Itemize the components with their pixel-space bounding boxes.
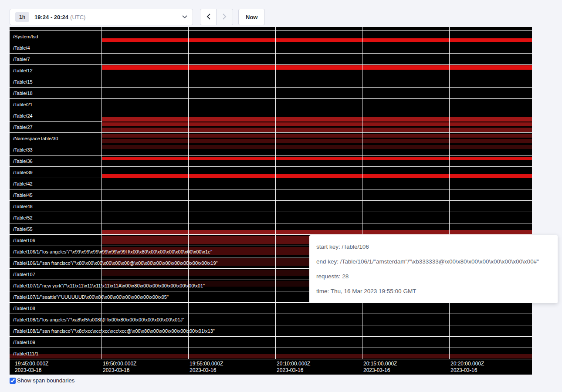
heatmap-row[interactable]: /Table/18 [10,87,532,98]
span-key-label: /Table/21 [13,102,33,107]
heatmap-row[interactable]: /Table/24 [10,110,532,121]
span-key-label: /Table/18 [13,91,33,96]
next-range-button[interactable] [217,9,233,25]
span-key-label: /Table/36 [13,159,33,164]
heatmap-row[interactable]: /Table/36 [10,155,532,166]
span-key-label: /Table/108/1/"los angeles"/"\xa8\xf5\u00… [13,317,184,322]
heatmap-row[interactable]: /Table/108/1/"los angeles"/"\xa8\xf5\u00… [10,314,532,325]
heat-band[interactable] [102,128,532,132]
chevron-left-icon [207,14,210,21]
span-tooltip: start key: /Table/106 end key: /Table/10… [309,235,558,303]
heat-band[interactable] [102,157,532,160]
bottom-boundary-line [10,359,532,359]
x-axis-tick: 19:55:00.000Z2023-03-16 [190,361,223,374]
heatmap-row[interactable]: /System/tsd [10,30,532,42]
span-key-label: /Table/33 [13,147,33,152]
time-range-selector[interactable]: 1h 19:24 - 20:24 (UTC) [10,9,193,25]
heat-band[interactable] [102,174,532,178]
heatmap-row[interactable]: /Table/108/1/"san francisco"/"\x8c\xcc\x… [10,325,532,336]
x-axis-tick: 20:20:00.000Z2023-03-16 [450,361,484,374]
heat-band[interactable] [10,354,532,358]
heatmap-row[interactable]: /Table/45 [10,189,532,200]
heatmap-row[interactable]: /Table/39 [10,166,532,178]
span-key-label: /Table/106 [13,238,35,243]
span-key-label: /NamespaceTable/30 [13,136,58,141]
heatmap-rows: /System/tsd/Table/4/Table/7/Table/12/Tab… [10,30,532,359]
time-nav-group [200,9,233,25]
tooltip-requests: requests: 28 [316,269,551,284]
time-gridline [102,27,102,359]
heat-band[interactable] [102,117,532,122]
x-axis-tick: 20:15:00.000Z2023-03-16 [363,361,397,374]
heat-band[interactable] [102,145,532,149]
x-axis-date: 2023-03-16 [277,367,310,374]
heat-band[interactable] [102,122,532,126]
x-axis-date: 2023-03-16 [190,367,223,374]
x-axis-time: 20:20:00.000Z [450,361,484,367]
heatmap-row[interactable]: /Table/4 [10,42,532,53]
heatmap-row[interactable]: /Table/27 [10,121,532,132]
heatmap-row[interactable]: /Table/108 [10,302,532,314]
x-axis-time: 20:10:00.000Z [277,361,310,367]
heatmap-row[interactable]: /Table/12 [10,64,532,76]
heat-band[interactable] [102,230,532,234]
heatmap-row[interactable]: /Table/7 [10,53,532,64]
time-gridline [362,27,362,359]
span-key-label: /Table/39 [13,170,33,175]
heatmap-row[interactable]: /Table/21 [10,98,532,110]
span-key-label: /Table/108/1/"san francisco"/"\x8c\xcc\x… [13,328,215,334]
prev-range-button[interactable] [200,9,217,25]
span-key-label: /Table/107 [13,272,35,277]
chevron-down-icon [182,15,187,19]
toolbar: 1h 19:24 - 20:24 (UTC) Now [10,9,265,25]
span-key-label: /Table/12 [13,68,33,73]
span-key-label: /Table/42 [13,181,33,186]
heatmap-row[interactable]: /Table/109 [10,336,532,348]
x-axis-date: 2023-03-16 [103,367,136,374]
now-button[interactable]: Now [238,9,265,25]
span-key-label: /Table/107/1/"new york"/"\x11\x11\x11\x1… [13,283,205,288]
span-key-label: /Table/48 [13,204,33,209]
heat-band[interactable] [102,134,532,138]
span-key-label: /Table/108 [13,306,35,311]
heatmap-row[interactable]: /Table/15 [10,76,532,87]
heatmap-row[interactable]: /Table/52 [10,212,532,223]
time-gridline [449,27,450,359]
show-span-boundaries-label: Show span boundaries [17,377,74,384]
span-key-label: /Table/27 [13,125,33,130]
x-axis-date: 2023-03-16 [15,367,48,374]
show-span-boundaries-checkbox[interactable] [10,378,16,384]
span-key-label: /Table/107/1/"seattle"/"UUUUUUD\x00\x80\… [13,294,169,300]
span-key-label: /Table/24 [13,113,33,118]
range-duration-chip: 1h [15,12,29,22]
heatmap-row[interactable]: /Table/111/1 [10,348,532,359]
heat-band[interactable] [102,65,532,70]
span-key-label: /Table/4 [13,45,30,51]
span-key-label: /Table/106/1/"san francisco"/"\x80\x00\x… [13,260,218,266]
x-axis-time: 19:45:00.000Z [15,361,48,367]
x-axis-time: 19:50:00.000Z [103,361,136,367]
footer: Show span boundaries [10,377,74,384]
key-visualizer-canvas[interactable]: /System/tsd/Table/4/Table/7/Table/12/Tab… [10,27,532,375]
tooltip-end-key: end key: /Table/106/1/"amsterdam"/"\xb33… [316,254,551,269]
heatmap-row[interactable]: /Table/33 [10,144,532,155]
heat-band[interactable] [102,139,532,143]
range-timezone: (UTC) [70,14,85,20]
x-axis-tick: 20:10:00.000Z2023-03-16 [277,361,310,374]
span-key-label: /Table/106/1/"los angeles"/"\x99\x99\x99… [13,249,212,254]
heatmap-row[interactable]: /NamespaceTable/30 [10,132,532,144]
heatmap-row[interactable]: /Table/48 [10,200,532,212]
x-axis-time: 19:55:00.000Z [190,361,223,367]
x-axis-tick: 19:50:00.000Z2023-03-16 [103,361,136,374]
x-axis-date: 2023-03-16 [450,367,484,374]
span-key-label: /Table/109 [13,340,35,345]
tooltip-start-key: start key: /Table/106 [316,240,551,254]
heatmap-row[interactable]: /Table/42 [10,178,532,189]
x-axis-date: 2023-03-16 [363,367,397,374]
span-key-label: /Table/15 [13,79,33,84]
heat-band[interactable] [102,38,532,42]
tooltip-time: time: Thu, 16 Mar 2023 19:55:00 GMT [316,284,551,299]
span-key-label: /Table/52 [13,215,33,220]
chevron-right-icon [223,14,227,21]
heatmap-row[interactable]: /Table/55 [10,223,532,234]
